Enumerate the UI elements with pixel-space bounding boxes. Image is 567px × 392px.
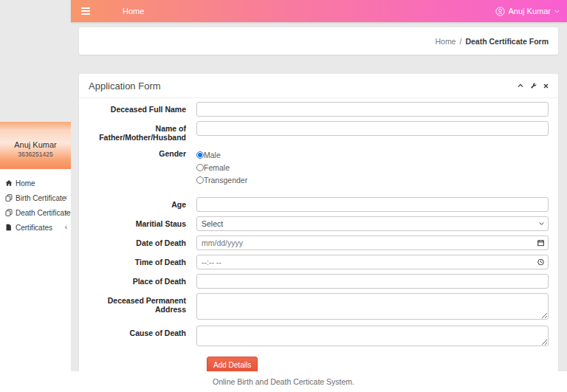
gender-option-male[interactable]: Male <box>196 148 549 161</box>
gender-radio-group: Male Female Transgender <box>196 146 549 186</box>
sidebar-item-home[interactable]: Home <box>0 176 71 190</box>
sidebar-profile: Anuj Kumar 3636251425 <box>0 122 71 169</box>
male-radio[interactable] <box>196 151 204 159</box>
calendar-icon[interactable] <box>537 240 544 247</box>
permanent-address-textarea[interactable] <box>196 293 549 320</box>
sidebar-item-label: Death Certificate <box>16 209 70 217</box>
card-body: Deceased Full Name Name of Father/Mother… <box>79 98 558 374</box>
copy-icon <box>5 194 13 202</box>
card-header: Application Form <box>79 74 558 98</box>
age-input[interactable] <box>196 197 549 212</box>
sidebar-item-certificates[interactable]: Certificates ‹ <box>0 220 71 235</box>
date-of-death-input[interactable] <box>196 235 549 250</box>
wrench-icon[interactable] <box>530 83 537 89</box>
chevron-down-icon <box>554 10 560 13</box>
gender-option-female[interactable]: Female <box>196 161 549 173</box>
sidebar-item-label: Home <box>16 179 35 188</box>
sidebar-item-birth-certificate[interactable]: Birth Certificate ‹ <box>0 190 71 205</box>
user-menu[interactable]: Anuj Kumar <box>495 7 560 16</box>
breadcrumb-home-link[interactable]: Home <box>435 37 456 46</box>
page-footer: Online Birth and Death Certicate System. <box>0 371 567 392</box>
field-label: Cause of Death <box>89 326 196 348</box>
female-radio[interactable] <box>196 164 204 171</box>
application-form-card: Application Form Deceased Full Name Name… <box>79 74 558 381</box>
copy-icon <box>5 209 13 216</box>
marital-status-select[interactable]: Select <box>196 216 549 231</box>
user-name: Anuj Kumar <box>509 7 551 16</box>
footer-text: Online Birth and Death Certicate System. <box>213 377 354 386</box>
file-icon <box>5 224 13 231</box>
content-header: Home / Death Certificate Form <box>79 27 558 55</box>
field-label: Name of Father/Mother/Husband <box>89 121 196 142</box>
select-caret-icon <box>539 222 544 226</box>
field-label: Deceased Permanent Address <box>89 293 196 321</box>
navbar-home-link[interactable]: Home <box>123 7 144 16</box>
field-label: Deceased Full Name <box>89 102 196 117</box>
field-label: Time of Death <box>89 255 196 269</box>
close-icon[interactable] <box>543 83 549 89</box>
gender-option-transgender[interactable]: Transgender <box>196 173 549 186</box>
sidebar-item-label: Certificates <box>16 224 52 232</box>
field-label: Date of Death <box>89 235 196 250</box>
sidebar-item-death-certificate[interactable]: Death Certificate ‹ <box>0 205 71 220</box>
breadcrumb-separator: / <box>459 37 461 46</box>
card-title: Application Form <box>89 80 161 92</box>
top-navbar: Home Anuj Kumar <box>71 0 567 22</box>
profile-name: Anuj Kumar <box>0 140 71 149</box>
chevron-left-icon: ‹ <box>65 193 67 202</box>
chevron-left-icon: ‹ <box>65 208 67 216</box>
field-label: Maritial Staus <box>89 216 196 231</box>
clock-icon[interactable] <box>537 259 544 266</box>
breadcrumb-current: Death Certificate Form <box>465 37 549 46</box>
field-label: Gender <box>89 146 196 186</box>
deceased-full-name-input[interactable] <box>196 102 549 117</box>
profile-number: 3636251425 <box>0 151 71 158</box>
sidebar: Anuj Kumar 3636251425 Home Birth Certifi… <box>0 122 71 392</box>
home-icon <box>5 179 13 187</box>
user-circle-icon <box>495 7 505 16</box>
place-of-death-input[interactable] <box>196 274 549 289</box>
collapse-icon[interactable] <box>518 83 523 88</box>
sidebar-item-label: Birth Certificate <box>16 194 66 202</box>
chevron-left-icon: ‹ <box>65 223 67 231</box>
cause-of-death-textarea[interactable] <box>196 326 549 346</box>
time-of-death-input[interactable] <box>196 255 549 269</box>
father-mother-husband-input[interactable] <box>196 121 549 136</box>
field-label: Place of Death <box>89 274 196 289</box>
hamburger-icon[interactable] <box>81 7 90 15</box>
sidebar-menu: Home Birth Certificate ‹ Death Certifica… <box>0 169 71 235</box>
transgender-radio[interactable] <box>196 176 204 184</box>
field-label: Age <box>89 197 196 212</box>
